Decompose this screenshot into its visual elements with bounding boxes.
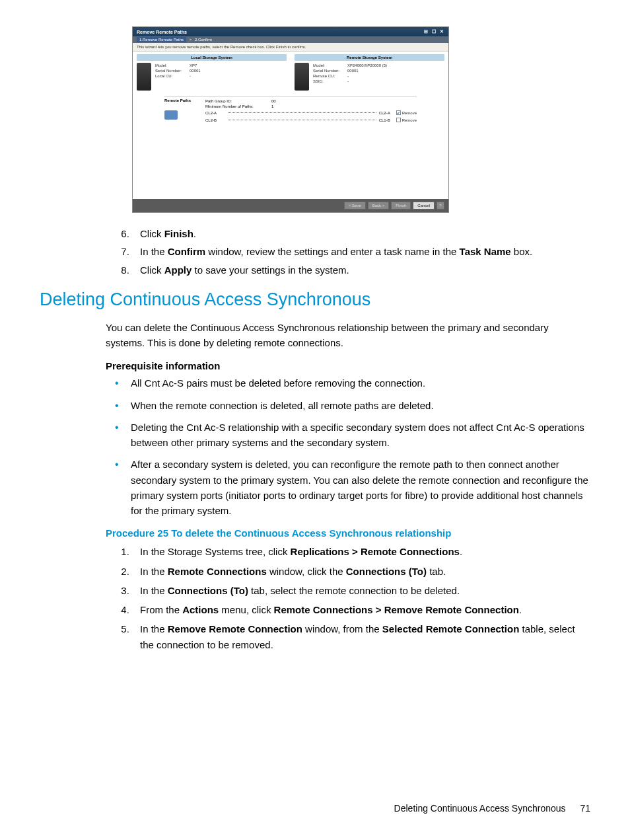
window-filter-icon[interactable]: ⊟ [423, 29, 429, 34]
remove-checkbox[interactable] [396, 118, 401, 122]
storage-tower-icon [295, 63, 309, 91]
step-6: Click Finish. [132, 226, 590, 241]
storage-tower-icon [137, 63, 151, 91]
prerequisite-list: All Cnt Ac-S pairs must be deleted befor… [40, 375, 590, 518]
proc-step-2: In the Remote Connections window, click … [132, 564, 590, 579]
finish-button[interactable]: Finish [391, 202, 411, 210]
dialog-title: Remove Remote Paths [137, 30, 187, 34]
procedure-title: Procedure 25 To delete the Continuous Ac… [106, 527, 590, 539]
path-row: CL2-B CL1-B Remove [205, 116, 417, 124]
page-number: 71 [580, 803, 590, 814]
dialog-screenshot: Remove Remote Paths ⊟ ☐ ✕ 1.Remove Remot… [132, 26, 449, 213]
wizard-breadcrumb: 1.Remove Remote Paths > 2.Confirm [133, 36, 448, 43]
footer-section: Deleting Continuous Access Synchronous [394, 803, 566, 814]
prerequisite-heading: Prerequisite information [106, 360, 590, 371]
section-heading: Deleting Continuous Access Synchronous [40, 289, 590, 310]
bullet-item: When the remote connection is deleted, a… [111, 398, 590, 413]
procedure-list: In the Storage Systems tree, click Repli… [40, 544, 590, 652]
bullet-item: Deleting the Cnt Ac-S relationship with … [111, 420, 590, 451]
crumb-step2: 2.Confirm [195, 38, 212, 42]
window-maximize-icon[interactable]: ☐ [431, 29, 437, 34]
wizard-hint: This wizard lets you remove remote paths… [133, 43, 448, 52]
path-row: CL2-A CL2-A ✔ Remove [205, 109, 417, 116]
step-7: In the Confirm window, review the settin… [132, 244, 590, 259]
steps-upper: Click Finish. In the Confirm window, rev… [40, 226, 590, 278]
local-header: Local Storage System [137, 54, 287, 61]
proc-step-1: In the Storage Systems tree, click Repli… [132, 544, 590, 559]
help-button[interactable]: ? [437, 202, 444, 210]
remote-header: Remote Storage System [295, 54, 444, 61]
remote-paths-title: Remote Paths [164, 98, 205, 109]
path-connector-icon [228, 120, 376, 120]
bullet-item: All Cnt Ac-S pairs must be deleted befor… [111, 375, 590, 391]
page-footer: Deleting Continuous Access Synchronous 7… [394, 803, 590, 814]
window-close-icon[interactable]: ✕ [439, 29, 444, 34]
cancel-button[interactable]: Cancel [413, 202, 435, 210]
intro-paragraph: You can delete the Continuous Access Syn… [106, 320, 590, 351]
proc-step-5: In the Remove Remote Connection window, … [132, 621, 590, 652]
save-button[interactable]: < Save [344, 202, 366, 210]
back-button[interactable]: Back > [368, 202, 390, 210]
proc-step-3: In the Connections (To) tab, select the … [132, 583, 590, 598]
step-8: Click Apply to save your settings in the… [132, 262, 590, 278]
bullet-item: After a secondary system is deleted, you… [111, 457, 590, 518]
dialog-titlebar: Remove Remote Paths ⊟ ☐ ✕ [133, 27, 448, 36]
cable-icon [164, 110, 178, 120]
path-connector-icon [228, 112, 376, 113]
crumb-step1: 1.Remove Remote Paths [137, 37, 186, 42]
remove-checkbox[interactable]: ✔ [396, 110, 401, 115]
proc-step-4: From the Actions menu, click Remote Conn… [132, 602, 590, 617]
dialog-footer: < Save Back > Finish Cancel ? [133, 199, 448, 212]
